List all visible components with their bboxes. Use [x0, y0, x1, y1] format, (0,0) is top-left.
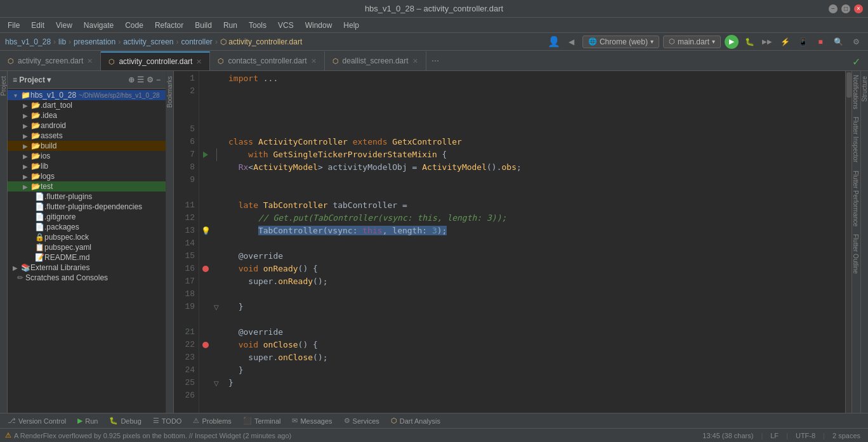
device-button[interactable]: 📱 — [796, 35, 810, 49]
run-button[interactable]: ▶ — [725, 35, 739, 49]
tree-item-pubspec-yaml[interactable]: 📋 pubspec.yaml — [8, 242, 166, 252]
hot-reload-button[interactable]: ⚡ — [778, 35, 792, 49]
breadcrumb-controller[interactable]: controller — [181, 37, 213, 46]
bulb-icon[interactable]: 💡 — [201, 226, 211, 235]
fold-markers: ▽ ▽ — [212, 71, 221, 413]
tree-item-build[interactable]: ▶ 📂 build — [8, 141, 166, 151]
bottom-tab-run[interactable]: ▶ Run — [72, 415, 103, 426]
tree-item-lib[interactable]: ▶ 📂 lib — [8, 161, 166, 171]
breadcrumb-presentation[interactable]: presentation — [74, 37, 115, 46]
left-side-panel: Project — [0, 71, 8, 413]
tab-contacts-controller[interactable]: ⬡ contacts_controller.dart ✕ — [210, 51, 324, 70]
tab-overflow-button[interactable]: ⋯ — [426, 51, 444, 70]
search-button[interactable]: 🔍 — [831, 35, 845, 49]
menu-run[interactable]: Run — [218, 20, 242, 31]
breakpoint-16[interactable] — [202, 266, 209, 272]
status-indent[interactable]: 2 spaces — [830, 432, 863, 439]
run-coverage-button[interactable]: ▶▶ — [760, 35, 774, 49]
tab-close-contacts-controller[interactable]: ✕ — [311, 57, 317, 65]
gutter: 💡 — [199, 71, 212, 413]
project-tree: ≡ Project ▾ ⊕ ☰ ⚙ − ▾ 📁 hbs_v1_0_28 ~/Dh… — [8, 71, 166, 413]
menu-edit[interactable]: Edit — [26, 20, 49, 31]
project-panel-label[interactable]: Project — [0, 71, 8, 101]
status-cursor[interactable]: 13:45 (38 chars) — [700, 432, 756, 439]
breadcrumb-file[interactable]: ⬡ activity_controller.dart — [220, 37, 302, 46]
tree-icon-settings[interactable]: ☰ — [137, 75, 144, 84]
flutter-performance-label[interactable]: Flutter Performance — [852, 167, 860, 230]
fold-6[interactable] — [212, 136, 221, 148]
tree-item-gitignore[interactable]: 📄 .gitignore — [8, 212, 166, 222]
close-button[interactable]: × — [854, 4, 863, 13]
breadcrumb-lib[interactable]: lib — [58, 37, 66, 46]
title-bar: hbs_v1_0_28 – activity_controller.dart −… — [0, 0, 868, 18]
line-numbers: 1 2 5 6 7 8 9 11 12 13 14 15 16 17 — [174, 71, 199, 413]
window-controls: − □ × — [829, 4, 863, 13]
tab-close-activity-controller[interactable]: ✕ — [196, 58, 202, 66]
status-bar: ⚠ A RenderFlex overflowed by 0.925 pixel… — [0, 428, 868, 442]
menu-window[interactable]: Window — [300, 20, 338, 31]
tree-item-dart-tool[interactable]: ▶ 📂 .dart_tool — [8, 100, 166, 110]
tree-item-ios[interactable]: ▶ 📂 ios — [8, 151, 166, 161]
bottom-tab-debug[interactable]: 🐛 Debug — [104, 415, 146, 426]
tree-item-flutter-plugins-deps[interactable]: 📄 .flutter-plugins-dependencies — [8, 202, 166, 212]
tree-item-android[interactable]: ▶ 📂 android — [8, 120, 166, 131]
bookmarks-label[interactable]: Bookmarks — [165, 71, 174, 113]
editor-content: 1 2 5 6 7 8 9 11 12 13 14 15 16 17 — [174, 71, 852, 413]
tab-deallist-screen[interactable]: ⬡ deallist_screen.dart ✕ — [325, 51, 426, 70]
bottom-tab-terminal[interactable]: ⬛ Terminal — [238, 415, 286, 426]
bottom-tab-todo[interactable]: ☰ TODO — [148, 415, 187, 426]
menu-view[interactable]: View — [51, 20, 77, 31]
tree-item-pubspec-lock[interactable]: 🔒 pubspec.lock — [8, 232, 166, 242]
flutter-outline-label[interactable]: Flutter Outline — [852, 230, 860, 278]
bottom-tab-services[interactable]: ⚙ Services — [339, 415, 385, 426]
tree-item-scratches[interactable]: ✏ Scratches and Consoles — [8, 273, 166, 283]
stop-button[interactable]: ■ — [813, 35, 827, 49]
tree-icon-close[interactable]: − — [156, 75, 161, 84]
editor-scrollbar[interactable] — [845, 71, 852, 413]
menu-help[interactable]: Help — [338, 20, 364, 31]
browser-config[interactable]: 🌐 Chrome (web) ▾ — [582, 36, 659, 48]
bottom-tab-messages[interactable]: ✉ Messages — [287, 415, 337, 426]
vcs-avatar[interactable]: 👤 — [547, 35, 561, 49]
settings-button[interactable]: ⚙ — [849, 35, 863, 49]
tree-item-test[interactable]: ▶ 📂 test — [8, 181, 166, 192]
tree-item-flutter-plugins[interactable]: 📄 .flutter-plugins — [8, 192, 166, 202]
status-encoding[interactable]: UTF-8 — [793, 432, 818, 439]
tab-activity-controller[interactable]: ⬡ activity_controller.dart ✕ — [101, 51, 210, 70]
menu-tools[interactable]: Tools — [244, 20, 272, 31]
bottom-tab-version-control[interactable]: ⎇ Version Control — [3, 415, 71, 426]
tree-item-readme[interactable]: 📝 README.md — [8, 252, 166, 263]
tree-item-external-libs[interactable]: ▶ 📚 External Libraries — [8, 263, 166, 273]
bottom-tab-dart-analysis[interactable]: ⬡ Dart Analysis — [386, 415, 445, 426]
tree-item-packages[interactable]: 📄 .packages — [8, 222, 166, 232]
structure-label[interactable]: Structure — [860, 71, 868, 107]
tab-close-deallist-screen[interactable]: ✕ — [412, 57, 418, 65]
menu-navigate[interactable]: Navigate — [79, 20, 119, 31]
bottom-tab-problems[interactable]: ⚠ Problems — [188, 415, 236, 426]
vcs-back[interactable]: ◀ — [565, 35, 579, 49]
code-editor[interactable]: import ... class ActivityController exte… — [221, 71, 845, 413]
menu-code[interactable]: Code — [120, 20, 148, 31]
tree-icon-scope[interactable]: ⊕ — [128, 75, 135, 84]
menu-file[interactable]: File — [3, 20, 25, 31]
breadcrumb-project[interactable]: hbs_v1_0_28 — [5, 37, 51, 46]
tree-root[interactable]: ▾ 📁 hbs_v1_0_28 ~/DhiWise/sp2/hbs_v1_0_2… — [8, 90, 166, 100]
tree-item-logs[interactable]: ▶ 📂 logs — [8, 171, 166, 181]
menu-vcs[interactable]: VCS — [273, 20, 299, 31]
flutter-inspector-label[interactable]: Flutter Inspector — [852, 113, 860, 166]
minimize-button[interactable]: − — [829, 4, 838, 13]
tree-item-idea[interactable]: ▶ 📂 .idea — [8, 110, 166, 120]
tree-icon-gear[interactable]: ⚙ — [147, 75, 154, 84]
breakpoint-22[interactable] — [202, 342, 209, 348]
menu-refactor[interactable]: Refactor — [150, 20, 188, 31]
run-target-config[interactable]: ⬡ main.dart ▾ — [663, 36, 721, 48]
status-line-ending[interactable]: LF — [768, 432, 781, 439]
maximize-button[interactable]: □ — [841, 4, 850, 13]
tree-item-assets[interactable]: ▶ 📂 assets — [8, 131, 166, 141]
run-debug-button[interactable]: 🐛 — [742, 35, 756, 49]
menu-build[interactable]: Build — [190, 20, 217, 31]
tab-close-activity-screen[interactable]: ✕ — [87, 57, 93, 65]
breadcrumb-activity-screen[interactable]: activity_screen — [123, 37, 173, 46]
menu-bar: File Edit View Navigate Code Refactor Bu… — [0, 18, 868, 33]
tab-activity-screen[interactable]: ⬡ activity_screen.dart ✕ — [0, 51, 101, 70]
